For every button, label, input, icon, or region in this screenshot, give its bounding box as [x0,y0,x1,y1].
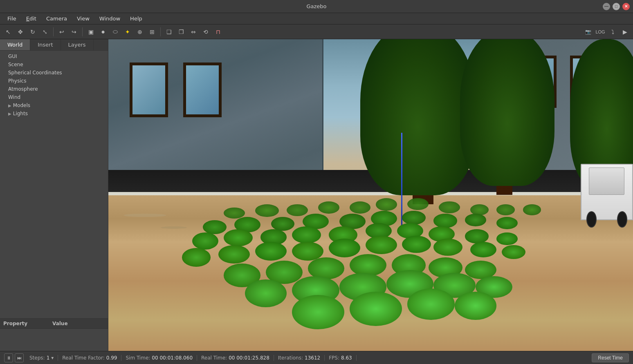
tab-world[interactable]: World [0,39,30,50]
insert-cylinder-button[interactable]: ⬭ [110,26,121,38]
plant-r2-1 [203,220,227,234]
ground-detail-1 [124,214,166,217]
tree-item-gui[interactable]: GUI [0,52,108,60]
insert-spotlight-button[interactable]: ⊕ [134,26,146,38]
pause-button[interactable]: ⏸ [4,353,13,362]
rotate-icon: ↻ [30,29,35,35]
tree-item-wind[interactable]: Wind [0,93,108,101]
pointlight-icon: ✦ [125,29,130,35]
sidebar-tabs: World Insert Layers [0,39,108,51]
paste-button[interactable]: ❒ [175,26,187,38]
menu-edit[interactable]: Edit [22,14,40,23]
toolbar-separator-2 [82,27,83,36]
tree-item-lights[interactable]: ▶ Lights [0,109,108,118]
plant-4 [318,201,339,214]
insert-pointlight-button[interactable]: ✦ [122,26,133,38]
snap-button[interactable]: ⊓ [212,26,224,38]
plot-icon: ⤵ [611,29,614,35]
plot-button[interactable]: ⤵ [607,26,618,38]
sim-time-value: 00 00:01:08.060 [152,355,193,361]
tree-item-label: Atmosphere [8,86,38,92]
sidebar-tree: GUI Scene Spherical Coordinates Physics … [0,51,108,318]
menu-window[interactable]: Window [95,14,124,23]
redo-button[interactable]: ↪ [68,26,80,38]
minimize-button[interactable]: — [603,3,610,10]
tree-item-label: Lights [13,111,28,116]
cylinder-icon: ⬭ [113,28,118,35]
scene-render [108,39,633,351]
window-1 [130,63,168,117]
mirror-icon: ⇔ [191,29,196,35]
tree-item-atmosphere[interactable]: Atmosphere [0,85,108,93]
menu-file[interactable]: File [3,14,20,23]
plant-r2-9 [465,214,486,226]
align-button[interactable]: ⟲ [200,26,211,38]
expand-arrow-icon: ▶ [8,112,11,116]
plant-r7-4 [455,292,497,320]
fps-label: FPS: [329,355,339,361]
screenshot-button[interactable]: 📷 [582,26,594,38]
rotate-tool-button[interactable]: ↻ [27,26,38,38]
step-icon: ⏭ [17,355,22,360]
insert-sphere-button[interactable]: ● [97,26,109,38]
spotlight-icon: ⊕ [137,29,142,35]
insert-box-button[interactable]: ▣ [85,26,97,38]
box-icon: ▣ [88,29,94,35]
realtime-factor-value: 0.99 [106,355,117,361]
menu-camera[interactable]: Camera [42,14,71,23]
tree-item-scene[interactable]: Scene [0,60,108,69]
select-tool-button[interactable]: ↖ [2,26,14,38]
fps: FPS: 8.63 [325,355,357,361]
tab-layers[interactable]: Layers [61,39,94,50]
plant-r2-7 [402,211,426,225]
tree-item-models[interactable]: ▶ Models [0,101,108,109]
plant-r3-2 [224,229,253,246]
tree-top-2 [460,39,554,186]
plant-r4-6 [366,236,397,255]
step-button[interactable]: ⏭ [15,353,24,362]
menu-view[interactable]: View [73,14,94,23]
steps-value: 1 [47,355,50,361]
copy-button[interactable]: ❑ [163,26,175,38]
reset-time-button[interactable]: Reset Time [592,353,629,362]
sim-time: Sim Time: 00 00:01:08.060 [121,355,197,361]
close-button[interactable]: ✕ [622,3,630,10]
sidebar: World Insert Layers GUI Scene Spherical … [0,39,108,351]
robot-cargo [589,167,624,195]
redo-icon: ↪ [72,29,76,35]
real-time-value: 00 00:01:25.828 [229,355,269,361]
video-icon: ▶ [623,29,627,35]
video-button[interactable]: ▶ [619,26,631,38]
property-panel: Property Value [0,318,108,351]
plant-7 [407,198,428,210]
sphere-icon: ● [101,28,105,36]
toolbar: ↖ ✥ ↻ ⤡ ↩ ↪ ▣ ● ⬭ ✦ ⊕ ⊞ ❑ ❒ ⇔ ⟲ [0,25,633,39]
log-icon: LOG [595,29,605,34]
steps-label: Steps: [29,355,45,361]
tree-item-physics[interactable]: Physics [0,77,108,85]
align-icon: ⟲ [203,29,208,35]
app-title: Gazebo [306,3,326,9]
realtime-factor-label: Real Time Factor: [62,355,104,361]
steps-control: Steps: 1 ▾ [25,355,58,361]
mirror-button[interactable]: ⇔ [188,26,199,38]
scale-tool-button[interactable]: ⤡ [39,26,51,38]
undo-icon: ↩ [59,29,64,35]
expand-arrow-icon: ▶ [8,103,11,108]
steps-dropdown-icon[interactable]: ▾ [51,355,54,361]
log-button[interactable]: LOG [595,26,606,38]
translate-tool-button[interactable]: ✥ [15,26,26,38]
maximize-button[interactable]: □ [613,3,620,10]
undo-button[interactable]: ↩ [56,26,67,38]
plant-r4-1 [182,248,211,267]
plant-r4-8 [433,239,462,256]
plant-r4-7 [402,236,431,253]
viewport[interactable] [108,39,633,351]
iterations-value: 13612 [305,355,320,361]
plant-r3-4 [292,226,321,243]
menu-help[interactable]: Help [126,14,146,23]
copy-icon: ❑ [166,29,172,35]
insert-dirlight-button[interactable]: ⊞ [146,26,158,38]
tab-insert[interactable]: Insert [30,39,61,50]
tree-item-spherical-coords[interactable]: Spherical Coordinates [0,69,108,77]
